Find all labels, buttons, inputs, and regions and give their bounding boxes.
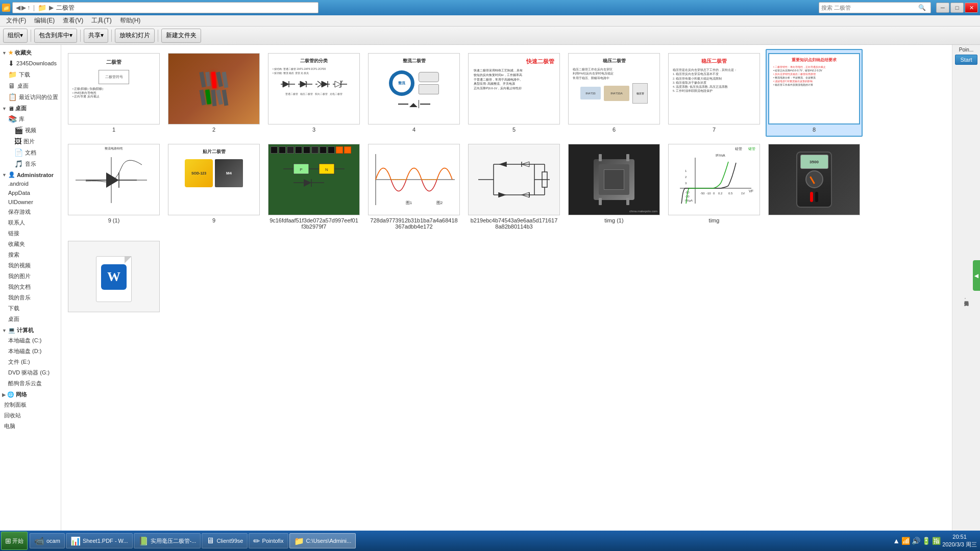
sidebar-item-recent[interactable]: 📋 最近访问的位置	[0, 91, 61, 103]
sidebar-network-header[interactable]: ▶ 🌐 网络	[0, 389, 61, 399]
search-box[interactable]: 🔍	[819, 2, 931, 13]
system-clock[interactable]: 20:51 2020/3/3 周三	[942, 533, 977, 549]
tray-volume[interactable]: 🔊	[912, 537, 920, 545]
sidebar-item-label: 链接	[8, 230, 19, 237]
sidebar-item-savegames[interactable]: 保存游戏	[0, 207, 61, 217]
taskbar-item-sheet[interactable]: 📊 Sheet1.PDF - W...	[66, 533, 133, 548]
network-icon: 🌐	[7, 391, 14, 398]
sidebar-item-desktop[interactable]: 🖥 桌面	[0, 80, 61, 91]
sidebar-item-drive-d[interactable]: 本地磁盘 (D:)	[0, 346, 61, 357]
sidebar-item-video[interactable]: 🎬 视频	[0, 124, 61, 136]
sidebar-item-library[interactable]: 📚 库	[0, 113, 61, 124]
file-item-15[interactable]: 硅管 锗管 IF/mA VF -50 -10	[666, 140, 763, 234]
file-item-16[interactable]: 3500	[766, 140, 863, 234]
sidebar-item-drive-c[interactable]: 本地磁盘 (C:)	[0, 335, 61, 346]
sidebar-desktop-header[interactable]: ▼ 🖥 桌面	[0, 103, 61, 113]
file-item-9a[interactable]: 整流电路特性	[65, 140, 162, 234]
maximize-button[interactable]: □	[950, 3, 964, 13]
toolbar-share[interactable]: 共享▾	[84, 29, 108, 43]
sidebar-item-control-panel[interactable]: 控制面板	[0, 399, 61, 410]
taskbar-item-explorer[interactable]: 📁 C:\Users\Admini...	[289, 533, 356, 548]
side-tab[interactable]: ◀	[973, 260, 980, 291]
menu-help[interactable]: 帮助(H)	[116, 15, 145, 26]
sidebar-item-label: 视频	[25, 127, 36, 134]
file-item-14[interactable]: china.makepolo.com timg (1)	[566, 140, 663, 234]
file-item-5[interactable]: 快速二极管 快速二极管采用特殊工艺制成，具有 较短的反向恢复时间trr，工作频率…	[465, 49, 562, 137]
start-button[interactable]: Start	[955, 55, 977, 65]
file-item-13[interactable]: b219ebc4b74543a9e6aa5d1716178a82b80114b3	[465, 140, 562, 234]
tray-network[interactable]: 📶	[901, 537, 910, 545]
file-item-8[interactable]: 重要知识点归纳总结要求 • 二极管特性：单向导电性，正向导通反向截止 • 硅管正…	[766, 49, 863, 137]
file-item-11[interactable]: P N	[265, 140, 362, 234]
menu-tools[interactable]: 工具(T)	[87, 15, 115, 26]
sidebar-item-label: 联系人	[8, 219, 25, 227]
sidebar-item-2345downloads[interactable]: ⬇ 2345Downloads	[0, 58, 61, 69]
sidebar-item-my-music[interactable]: 我的音乐	[0, 292, 61, 303]
toolbar-include-library[interactable]: 包含到库中▾	[34, 29, 77, 43]
file-item-4[interactable]: 整流二极管 整流	[365, 49, 462, 137]
minimize-button[interactable]: ─	[936, 3, 949, 13]
sidebar-item-recycle-bin[interactable]: 回收站	[0, 410, 61, 421]
taskbar-item-diode[interactable]: 📗 实用毫压二极管-...	[134, 533, 201, 548]
tray-show-hidden[interactable]: ▲	[893, 537, 900, 545]
sidebar-item-music[interactable]: 🎵 音乐	[0, 158, 61, 169]
sidebar-item-android[interactable]: .android	[0, 179, 61, 188]
sidebar-item-pictures[interactable]: 🖼 图片	[0, 136, 61, 147]
menu-edit[interactable]: 编辑(E)	[30, 15, 59, 26]
sidebar-item-drive-e[interactable]: 文件 (E:)	[0, 357, 61, 367]
file-item-2[interactable]: 2	[165, 49, 262, 137]
sidebar-item-favorites[interactable]: 收藏夹	[0, 239, 61, 249]
sidebar-item-my-docs[interactable]: 我的文档	[0, 282, 61, 292]
toolbar-slideshow[interactable]: 放映幻灯片	[115, 29, 155, 43]
thumb-label-1: 1	[112, 127, 115, 133]
sidebar-admin-header[interactable]: ▼ 👤 Administrator	[0, 169, 61, 179]
sidebar-item-appdata[interactable]: AppData	[0, 188, 61, 197]
taskbar-item-pointofix[interactable]: ✏ Pointofix	[249, 533, 288, 548]
sidebar-item-search[interactable]: 搜索	[0, 249, 61, 260]
toolbar-organize[interactable]: 组织▾	[3, 29, 28, 43]
toolbar: 组织▾ 包含到库中▾ 共享▾ 放映幻灯片 新建文件夹	[0, 27, 980, 45]
sidebar-item-contacts[interactable]: 联系人	[0, 217, 61, 228]
file-item-12[interactable]: 图1 图2 728da9773912b31b1ba7a4a68418367adb…	[365, 140, 462, 234]
nav-back-icon[interactable]: ◀	[16, 4, 20, 11]
file-item-17[interactable]: W	[65, 237, 162, 318]
address-bar[interactable]: ◀ ▶ ↑ | 📁 ▶ 二极管	[12, 2, 318, 13]
file-item-3[interactable]: 二极管的分类 • 按结构: 普通二极管 2AP1-2AP9 2CP1-2CP20…	[265, 49, 362, 137]
search-input[interactable]	[821, 5, 918, 11]
sidebar-item-downloads2[interactable]: 下载	[0, 303, 61, 314]
sidebar-item-links[interactable]: 链接	[0, 228, 61, 239]
svg-marker-4	[300, 81, 306, 87]
menu-file[interactable]: 文件(F)	[2, 15, 30, 26]
sidebar-item-my-videos[interactable]: 我的视频	[0, 260, 61, 271]
svg-text:-10: -10	[706, 192, 711, 195]
sidebar-item-desktop2[interactable]: 桌面	[0, 314, 61, 324]
sidebar-item-my-pictures[interactable]: 我的图片	[0, 271, 61, 282]
svg-text:-50: -50	[700, 192, 705, 195]
sidebar-computer-header[interactable]: ▼ 💻 计算机	[0, 324, 61, 335]
sidebar-item-drive-g[interactable]: DVD 驱动器 (G:)	[0, 367, 61, 378]
toolbar-new-folder[interactable]: 新建文件夹	[161, 29, 201, 43]
sidebar-item-kugou-cloud[interactable]: 酷狗音乐云盘	[0, 378, 61, 389]
start-button[interactable]: ⊞ 开始	[1, 532, 28, 550]
nav-up-icon[interactable]: ↑	[27, 4, 30, 11]
taskbar-item-client[interactable]: 🖥 Client99se	[202, 533, 248, 548]
menu-view[interactable]: 查看(V)	[59, 15, 87, 26]
file-item-7[interactable]: 稳压二极管 稳压管是在反向击穿状态下工作的，其特点是： 1. 稳压管反向击穿后电…	[666, 49, 763, 137]
taskbar: ⊞ 开始 📹 ocam 📊 Sheet1.PDF - W... 📗 实用毫压二极…	[0, 531, 980, 551]
tray-input[interactable]: 🈯	[932, 537, 941, 545]
file-item-6[interactable]: 稳压二极管 稳压二极管工作在反向击穿区 利用PN结反向击穿时电压稳定 常用于稳压…	[566, 49, 663, 137]
svg-marker-35	[304, 179, 311, 187]
sidebar-item-uidowner[interactable]: UIDowner	[0, 197, 61, 207]
start-label: 开始	[12, 537, 23, 545]
tray-battery[interactable]: 🔋	[922, 537, 930, 545]
sidebar-item-documents[interactable]: 📄 文档	[0, 147, 61, 158]
close-button[interactable]: ✕	[965, 3, 978, 13]
sidebar-favorites-header[interactable]: ▼ ★ 收藏夹	[0, 47, 61, 58]
file-item-9[interactable]: 贴片二极管 SOD-123 M4 9	[165, 140, 262, 234]
search-icon[interactable]: 🔍	[918, 4, 926, 11]
file-item-1[interactable]: 二极管 二极管符号 • 正极(阳极) 负极(阴极) • PN结单向导电性 • 正…	[65, 49, 162, 137]
sidebar-item-pc[interactable]: 电脑	[0, 421, 61, 432]
nav-forward-icon[interactable]: ▶	[21, 4, 26, 11]
sidebar-item-downloads[interactable]: 📁 下载	[0, 69, 61, 80]
taskbar-item-ocam[interactable]: 📹 ocam	[30, 533, 65, 548]
